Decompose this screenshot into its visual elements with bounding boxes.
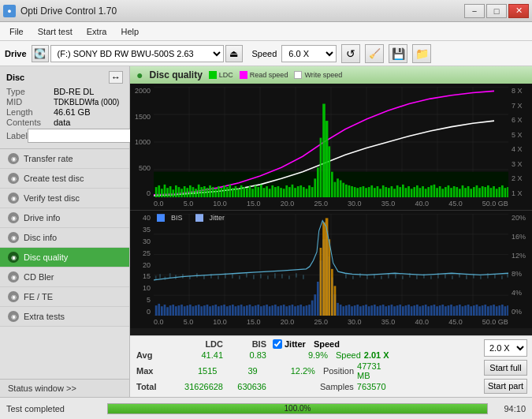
svg-rect-113 — [433, 185, 436, 197]
svg-rect-107 — [416, 185, 419, 197]
maximize-button[interactable]: □ — [486, 4, 507, 18]
svg-rect-204 — [294, 306, 296, 316]
svg-rect-301 — [253, 275, 255, 279]
svg-rect-66 — [299, 185, 302, 197]
svg-rect-156 — [158, 304, 160, 316]
svg-rect-86 — [356, 188, 359, 197]
avg-jitter-value: 9.9% — [273, 350, 328, 360]
svg-rect-194 — [266, 305, 268, 316]
svg-rect-199 — [280, 305, 282, 316]
svg-rect-136 — [498, 187, 500, 197]
svg-rect-245 — [411, 306, 413, 316]
svg-rect-324 — [452, 275, 453, 279]
svg-rect-188 — [249, 305, 251, 316]
sidebar-item-label-create-test-disc: Create test disc — [24, 174, 84, 183]
svg-rect-254 — [436, 306, 438, 316]
svg-rect-88 — [363, 186, 365, 197]
status-text: Test completed — [6, 404, 101, 413]
disc-mid-value: TDKBLDWfa (000) — [54, 98, 119, 107]
svg-rect-248 — [419, 306, 422, 316]
sidebar: Disc ↔ Type BD-RE DL MID TDKBLDWfa (000)… — [0, 66, 130, 397]
svg-rect-176 — [214, 305, 217, 316]
svg-rect-326 — [466, 275, 467, 279]
max-position-label: Position — [323, 366, 354, 376]
disc-info-icon: ◉ — [8, 232, 19, 243]
menu-extra[interactable]: Extra — [80, 25, 113, 38]
sidebar-item-cd-bler[interactable]: ◉ CD Bler — [0, 267, 129, 287]
svg-rect-224 — [351, 306, 353, 316]
svg-rect-219 — [337, 303, 339, 316]
svg-rect-187 — [246, 305, 248, 316]
svg-rect-260 — [453, 306, 456, 316]
svg-rect-234 — [379, 305, 381, 316]
disc-type-label: Type — [6, 87, 54, 96]
sidebar-item-drive-info[interactable]: ◉ Drive info — [0, 208, 129, 228]
svg-rect-246 — [413, 305, 415, 316]
svg-rect-294 — [203, 275, 205, 279]
svg-rect-76 — [328, 146, 330, 197]
svg-rect-200 — [283, 305, 285, 316]
svg-rect-57 — [274, 187, 277, 197]
close-button[interactable]: ✕ — [508, 4, 529, 18]
svg-rect-275 — [496, 306, 498, 316]
sidebar-item-verify-test-disc[interactable]: ◉ Verify test disc — [0, 189, 129, 208]
sidebar-item-label-verify-test-disc: Verify test disc — [24, 193, 80, 203]
svg-rect-74 — [322, 104, 326, 197]
svg-rect-138 — [504, 188, 507, 197]
refresh-button[interactable]: ↺ — [341, 44, 360, 63]
svg-rect-35 — [212, 187, 214, 197]
svg-rect-16 — [158, 185, 160, 197]
start-full-button[interactable]: Start full — [484, 360, 527, 376]
svg-rect-319 — [416, 275, 418, 279]
eject-button[interactable]: ⏏ — [225, 45, 243, 62]
svg-rect-20 — [169, 186, 172, 197]
sidebar-item-create-test-disc[interactable]: ◉ Create test disc — [0, 169, 129, 189]
burn-button[interactable]: 💾 — [389, 44, 407, 63]
svg-rect-223 — [348, 305, 351, 316]
status-window-button[interactable]: Status window >> — [0, 379, 129, 397]
minimize-button[interactable]: − — [464, 4, 485, 18]
erase-button[interactable]: 🧹 — [365, 44, 384, 63]
speed-select-stats[interactable]: 2.0 X 1.0 X 4.0 X — [484, 339, 527, 357]
svg-rect-45 — [240, 185, 243, 197]
sidebar-item-transfer-rate[interactable]: ◉ Transfer rate — [0, 149, 129, 169]
sidebar-item-disc-quality[interactable]: ◉ Disc quality — [0, 248, 129, 267]
svg-rect-55 — [269, 189, 271, 197]
jitter-checkbox[interactable] — [273, 339, 282, 349]
svg-rect-233 — [377, 306, 379, 316]
svg-rect-230 — [368, 306, 370, 316]
disc-quality-icon: ◉ — [8, 252, 19, 263]
legend-read-speed: Read speed — [240, 71, 288, 79]
sidebar-item-fe-te[interactable]: ◉ FE / TE — [0, 287, 129, 307]
disc-refresh-button[interactable]: ↔ — [109, 71, 123, 84]
bottom-chart-y-axis-right: 20% 16% 12% 8% 4% 0% — [510, 214, 532, 316]
save-button[interactable]: 📁 — [412, 44, 431, 63]
sidebar-item-label-extra-tests: Extra tests — [24, 312, 65, 321]
svg-rect-265 — [467, 305, 470, 316]
menu-help[interactable]: Help — [114, 25, 145, 38]
svg-rect-157 — [161, 306, 163, 316]
disc-label-input[interactable] — [28, 129, 141, 143]
menu-start-test[interactable]: Start test — [32, 25, 79, 38]
svg-rect-100 — [396, 185, 399, 197]
svg-rect-169 — [195, 305, 197, 316]
svg-rect-122 — [459, 189, 461, 197]
start-part-button[interactable]: Start part — [484, 379, 527, 395]
svg-rect-75 — [326, 121, 329, 197]
stats-ldc-header: LDC — [168, 339, 223, 349]
sidebar-item-label-drive-info: Drive info — [24, 213, 60, 223]
svg-rect-89 — [365, 188, 367, 197]
svg-rect-38 — [221, 188, 223, 197]
drive-select[interactable]: (F:) SONY BD RW BWU-500S 2.63 — [50, 45, 224, 62]
stats-right — [400, 336, 479, 397]
svg-rect-112 — [430, 185, 433, 197]
menu-file[interactable]: File — [3, 25, 30, 38]
bis-jitter-chart-svg — [154, 214, 508, 316]
sidebar-item-disc-info[interactable]: ◉ Disc info — [0, 228, 129, 248]
svg-rect-60 — [283, 189, 285, 197]
svg-rect-82 — [345, 185, 348, 197]
sidebar-item-extra-tests[interactable]: ◉ Extra tests — [0, 307, 129, 327]
svg-rect-28 — [192, 187, 195, 197]
svg-rect-221 — [342, 306, 344, 316]
speed-select-drive[interactable]: 6.0 X — [281, 45, 337, 62]
